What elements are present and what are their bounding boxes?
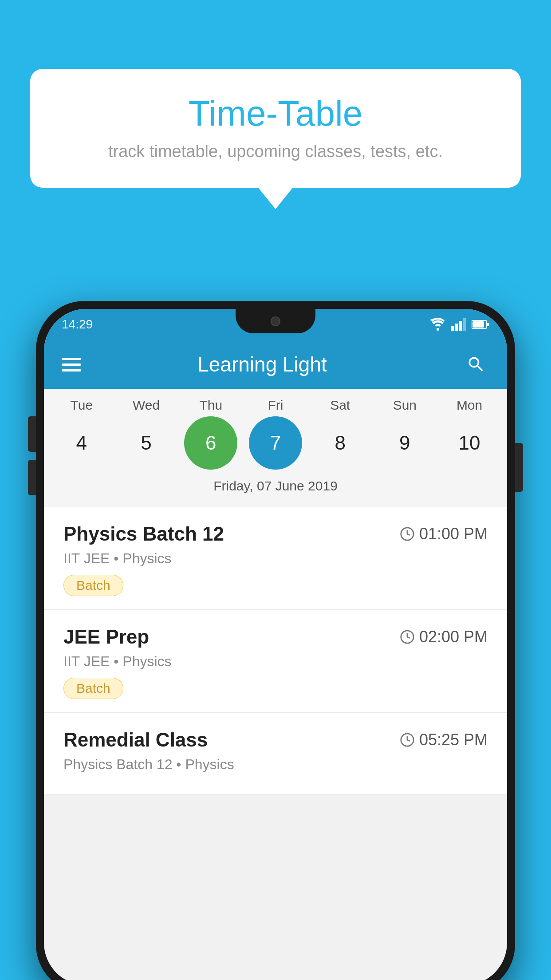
svg-rect-1 [455, 324, 458, 331]
batch-badge-0: Batch [63, 575, 123, 596]
schedule-item-sub-1: IIT JEE • Physics [63, 653, 488, 670]
search-button[interactable] [463, 351, 489, 378]
day-header-sun: Sun [378, 398, 431, 413]
phone-screen: 14:29 [44, 309, 507, 980]
search-icon [466, 355, 486, 374]
day-number-5[interactable]: 5 [120, 416, 173, 470]
battery-icon [472, 320, 489, 329]
day-headers: TueWedThuFriSatSunMon [44, 398, 507, 413]
clock-icon [400, 732, 415, 747]
schedule-item-header-2: Remedial Class 05:25 PM [63, 729, 488, 751]
camera-dot [271, 316, 280, 326]
day-header-tue: Tue [55, 398, 108, 413]
day-header-mon: Mon [443, 398, 496, 413]
phone-frame: 14:29 [36, 301, 515, 980]
day-header-wed: Wed [120, 398, 173, 413]
day-number-4[interactable]: 4 [55, 416, 108, 470]
day-numbers: 45678910 [44, 416, 507, 470]
phone-notch [236, 309, 315, 333]
schedule-item-time-1: 02:00 PM [400, 628, 488, 646]
day-number-8[interactable]: 8 [314, 416, 367, 470]
hamburger-line-3 [62, 369, 81, 371]
app-bar: Learning Light [44, 340, 507, 389]
day-number-10[interactable]: 10 [443, 416, 496, 470]
schedule-item-name-0: Physics Batch 12 [63, 523, 224, 545]
signal-icon [451, 318, 466, 331]
hamburger-line-1 [62, 358, 81, 360]
schedule-item-header-1: JEE Prep 02:00 PM [63, 626, 488, 648]
bubble-title: Time-Table [57, 93, 494, 134]
batch-badge-1: Batch [63, 678, 123, 699]
vol-up-button [28, 416, 36, 452]
schedule-item-header-0: Physics Batch 12 01:00 PM [63, 523, 488, 545]
schedule-item-2[interactable]: Remedial Class 05:25 PM Physics Batch 12… [44, 713, 507, 794]
svg-rect-6 [487, 323, 489, 326]
status-icons [430, 318, 489, 331]
day-number-6[interactable]: 6 [184, 416, 237, 470]
schedule-item-0[interactable]: Physics Batch 12 01:00 PM IIT JEE • Phys… [44, 507, 507, 610]
calendar-strip: TueWedThuFriSatSunMon 45678910 Friday, 0… [44, 389, 507, 507]
selected-date-label: Friday, 07 June 2019 [44, 474, 507, 502]
day-number-9[interactable]: 9 [378, 416, 431, 470]
day-number-7[interactable]: 7 [249, 416, 302, 470]
day-header-sat: Sat [314, 398, 367, 413]
wifi-icon [430, 318, 446, 331]
svg-rect-3 [463, 318, 466, 331]
app-title: Learning Light [99, 352, 425, 376]
hamburger-line-2 [62, 364, 81, 366]
hamburger-button[interactable] [62, 358, 81, 371]
schedule-item-sub-2: Physics Batch 12 • Physics [63, 756, 488, 773]
clock-icon [400, 526, 415, 541]
schedule-item-time-2: 05:25 PM [400, 731, 488, 749]
schedule-item-sub-0: IIT JEE • Physics [63, 550, 488, 567]
speech-bubble: Time-Table track timetable, upcoming cla… [30, 69, 521, 188]
clock-icon [400, 629, 415, 644]
svg-rect-2 [459, 321, 462, 331]
svg-rect-0 [451, 326, 454, 331]
phone-outer: 14:29 [36, 301, 515, 980]
schedule-item-time-0: 01:00 PM [400, 525, 488, 543]
power-button [515, 443, 523, 492]
day-header-fri: Fri [249, 398, 302, 413]
schedule-list: Physics Batch 12 01:00 PM IIT JEE • Phys… [44, 507, 507, 794]
day-header-thu: Thu [184, 398, 237, 413]
bubble-subtitle: track timetable, upcoming classes, tests… [57, 142, 494, 161]
svg-rect-5 [472, 321, 484, 328]
schedule-item-name-2: Remedial Class [63, 729, 208, 751]
schedule-item-name-1: JEE Prep [63, 626, 149, 648]
schedule-item-1[interactable]: JEE Prep 02:00 PM IIT JEE • Physics Batc… [44, 610, 507, 713]
status-time: 14:29 [62, 317, 93, 332]
volume-buttons [28, 416, 36, 495]
vol-down-button [28, 460, 36, 495]
